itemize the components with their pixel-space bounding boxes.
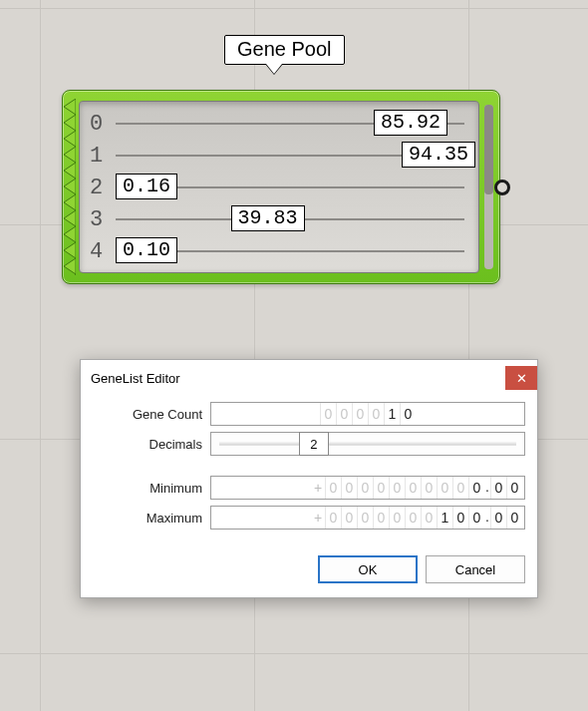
decimals-track: [219, 443, 516, 446]
gene-index: 1: [90, 144, 112, 169]
genelist-editor-dialog: GeneList Editor ✕ Gene Count 0 0 0 0 1 0…: [80, 359, 538, 598]
row-decimals: Decimals 2: [93, 432, 525, 456]
digit: 0: [373, 507, 389, 529]
decimals-value: 2: [310, 437, 317, 452]
decimals-slider[interactable]: 2: [210, 432, 525, 456]
gene-index: 4: [90, 239, 112, 264]
dialog-titlebar[interactable]: GeneList Editor ✕: [81, 360, 537, 396]
gene-value[interactable]: 94.35: [402, 142, 475, 168]
gene-slider-track[interactable]: 94.35: [116, 155, 464, 157]
digit: 0: [336, 403, 352, 425]
digit: 0: [389, 477, 405, 499]
sign: +: [311, 510, 325, 526]
digit: 0: [325, 507, 341, 529]
label-decimals: Decimals: [93, 437, 210, 452]
component-label: Gene Pool: [224, 35, 345, 65]
digit: 0: [490, 477, 506, 499]
digit: 0: [405, 507, 421, 529]
digit: 0: [506, 507, 522, 529]
digit: 1: [437, 507, 452, 529]
scrollbar-thumb[interactable]: [484, 105, 493, 194]
label-gene-count: Gene Count: [93, 407, 210, 422]
digit: 0: [437, 477, 452, 499]
close-button[interactable]: ✕: [505, 366, 537, 390]
output-grip[interactable]: [494, 179, 510, 195]
digit: 0: [352, 403, 368, 425]
digit: 0: [368, 403, 384, 425]
digit: 0: [452, 477, 468, 499]
digit: 0: [341, 477, 357, 499]
gene-value[interactable]: 39.83: [231, 205, 305, 231]
row-minimum: Minimum + 0 0 0 0 0 0 0 0 0 0 . 0 0: [93, 476, 525, 500]
label-maximum: Maximum: [93, 511, 210, 526]
gene-row[interactable]: 0 85.92: [90, 108, 468, 140]
digit: 0: [373, 477, 389, 499]
gene-row[interactable]: 1 94.35: [90, 140, 468, 172]
gene-slider-track[interactable]: 85.92: [116, 123, 464, 125]
scrollbar[interactable]: [484, 105, 493, 269]
close-icon: ✕: [516, 371, 527, 386]
digit: 0: [341, 507, 357, 529]
zigzag-edge: [62, 99, 76, 275]
gene-slider-track[interactable]: 0.16: [116, 186, 464, 188]
gene-slider-track[interactable]: 0.10: [116, 250, 464, 252]
digit: 0: [389, 507, 405, 529]
dialog-body: Gene Count 0 0 0 0 1 0 Decimals 2: [81, 396, 537, 539]
maximum-field[interactable]: + 0 0 0 0 0 0 0 1 0 0 . 0 0: [210, 506, 525, 530]
digit: 0: [452, 507, 468, 529]
gene-count-field[interactable]: 0 0 0 0 1 0: [210, 402, 525, 426]
digit: 0: [490, 507, 506, 529]
digit: 0: [325, 477, 341, 499]
digit: 0: [468, 507, 484, 529]
gene-index: 0: [90, 112, 112, 137]
gene-row[interactable]: 4 0.10: [90, 235, 468, 267]
digit: 1: [384, 403, 400, 425]
dialog-title: GeneList Editor: [91, 371, 180, 386]
minimum-field[interactable]: + 0 0 0 0 0 0 0 0 0 0 . 0 0: [210, 476, 525, 500]
digit: 0: [468, 477, 484, 499]
digit: 0: [421, 507, 437, 529]
gene-index: 3: [90, 207, 112, 232]
digit: 0: [357, 507, 373, 529]
sign: +: [311, 480, 325, 496]
gene-row[interactable]: 3 39.83: [90, 203, 468, 235]
row-maximum: Maximum + 0 0 0 0 0 0 0 1 0 0 . 0 0: [93, 506, 525, 530]
gene-value[interactable]: 85.92: [374, 110, 447, 136]
label-minimum: Minimum: [93, 481, 210, 496]
ok-button[interactable]: OK: [318, 555, 418, 583]
gene-pool-inner: 0 85.92 1 94.35 2 0.16 3 39.83 4: [79, 101, 479, 273]
gene-slider-track[interactable]: 39.83: [116, 218, 464, 220]
digit: 0: [421, 477, 437, 499]
decimals-handle[interactable]: 2: [299, 432, 329, 456]
digit: 0: [320, 403, 336, 425]
digit: 0: [405, 477, 421, 499]
dialog-footer: OK Cancel: [81, 539, 537, 597]
gene-index: 2: [90, 176, 112, 200]
gene-pool-component[interactable]: 0 85.92 1 94.35 2 0.16 3 39.83 4: [62, 90, 500, 284]
digit: 0: [506, 477, 522, 499]
cancel-button[interactable]: Cancel: [426, 555, 525, 583]
digit: 0: [400, 403, 416, 425]
cancel-label: Cancel: [455, 562, 495, 577]
component-label-text: Gene Pool: [237, 38, 332, 60]
ok-label: OK: [359, 562, 378, 577]
digit: 0: [357, 477, 373, 499]
gene-row[interactable]: 2 0.16: [90, 172, 468, 203]
gene-value[interactable]: 0.16: [116, 174, 177, 199]
gene-value[interactable]: 0.10: [116, 237, 177, 263]
row-gene-count: Gene Count 0 0 0 0 1 0: [93, 402, 525, 426]
